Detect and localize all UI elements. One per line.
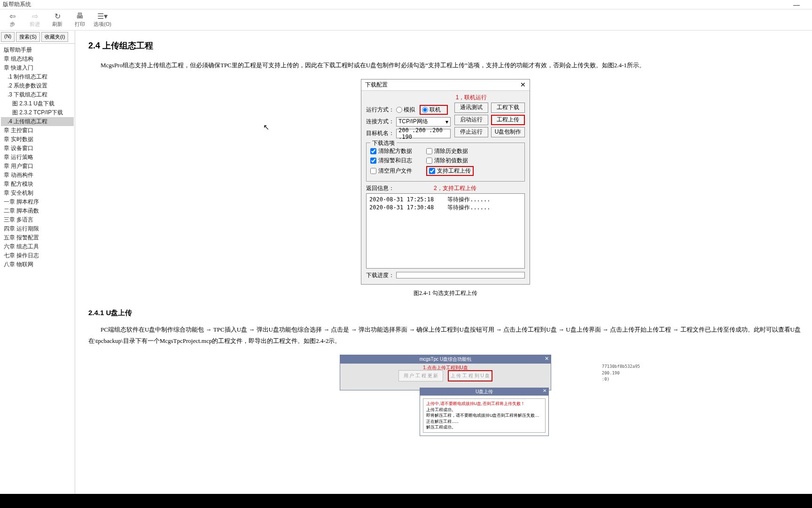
sidebar-tabs: (N) 搜索(S) 收藏夹(I)	[0, 31, 75, 44]
fieldset-legend: 下载选项	[370, 139, 397, 147]
tree-item[interactable]: 章 设备窗口	[1, 144, 74, 153]
print-button[interactable]: 🖶 打印	[69, 10, 91, 30]
stop-run-button[interactable]: 停止运行	[454, 127, 488, 137]
figure-caption-1: 图2.4-1 勾选支持工程上传	[88, 289, 803, 297]
progress-label: 下载进度：	[366, 271, 396, 279]
user-project-update-button[interactable]: 用 户 工 程 更 新	[398, 370, 443, 381]
usb-package-button[interactable]: U盘包制作	[491, 127, 525, 137]
project-download-button[interactable]: 工程下载	[491, 103, 525, 113]
usb-package-panel: mcgsTpc U盘综合功能包 ✕ 1.点击上传工程到U盘 用 户 工 程 更 …	[340, 355, 551, 390]
tree-item[interactable]: 图 2.3.2 TCP/IP下载	[1, 108, 74, 117]
annotation-1: 1，联机运行	[418, 94, 525, 102]
download-config-dialog: 下载配置 ✕ 1，联机运行 运行方式： 模拟 联机	[361, 79, 530, 285]
side-info: 77130bf8b532a95200.190:0)	[602, 364, 640, 383]
panel-b-title: U盘上传	[476, 389, 493, 395]
tree-item[interactable]: 二章 脚本函数	[1, 206, 74, 215]
annotation-2: 2，支持工程上传	[434, 184, 476, 192]
print-icon: 🖶	[76, 12, 84, 20]
target-label: 目标机名：	[366, 129, 396, 137]
tree-item[interactable]: 章 组态结构	[1, 55, 74, 64]
tree-item[interactable]: 章 快速入门	[1, 64, 74, 72]
radio-online-highlight: 联机	[420, 105, 448, 115]
tree-item[interactable]: 章 用户窗口	[1, 162, 74, 171]
log-output[interactable]: 2020-08-31 17:25:18 等待操作...... 2020-08-3…	[366, 193, 525, 269]
conn-mode-label: 连接方式：	[366, 118, 396, 126]
conn-mode-select[interactable]: TCP/IP网络 ▾	[396, 117, 451, 127]
chevron-down-icon: ▾	[445, 119, 448, 125]
options-button[interactable]: ☰▾ 选项(O)	[91, 10, 114, 30]
project-upload-button[interactable]: 工程上传	[491, 115, 525, 125]
tree-item[interactable]: .3 下载组态工程	[1, 90, 74, 99]
arrow-right-icon: ⇨	[32, 12, 38, 20]
nav-tree[interactable]: 版帮助手册章 组态结构章 快速入门.1 制作组态工程.2 系统参数设置.3 下载…	[0, 44, 75, 494]
tab-contents[interactable]: (N)	[1, 32, 15, 42]
chk-clear-alarm[interactable]: 清报警和日志	[370, 157, 412, 165]
section-heading: 2.4 上传组态工程	[88, 40, 803, 51]
tree-item[interactable]: .1 制作组态工程	[1, 72, 74, 81]
window-titlebar: 版帮助系统 —	[0, 0, 812, 9]
tab-favorites[interactable]: 收藏夹(I)	[41, 32, 68, 42]
refresh-button[interactable]: ↻ 刷新	[46, 10, 69, 30]
chk-clear-recipe[interactable]: 清除配方数据	[370, 147, 412, 155]
tree-item[interactable]: 四章 运行期限	[1, 224, 74, 233]
radio-simulate[interactable]: 模拟	[396, 106, 415, 114]
tree-item[interactable]: .2 系统参数设置	[1, 81, 74, 90]
tree-item[interactable]: 章 配方模块	[1, 180, 74, 189]
content-area[interactable]: ↖ 2.4 上传组态工程 McgsPro组态支持上传组态工程，但必须确保TPC里…	[75, 31, 812, 494]
gear-icon: ☰▾	[97, 12, 108, 20]
back-button[interactable]: ⇦ 步	[1, 10, 23, 30]
tree-item[interactable]: 七章 操作日志	[1, 251, 74, 260]
target-input[interactable]: 200 .200 .200 .190	[396, 129, 451, 138]
bottom-bar	[0, 494, 812, 508]
tree-item[interactable]: 章 运行策略	[1, 153, 74, 162]
subsection-heading: 2.4.1 U盘上传	[88, 309, 803, 318]
tree-item[interactable]: 五章 报警配置	[1, 233, 74, 242]
run-mode-label: 运行方式：	[366, 106, 396, 114]
tree-item[interactable]: 章 安全机制	[1, 189, 74, 198]
main-toolbar: ⇦ 步 ⇨ 前进 ↻ 刷新 🖶 打印 ☰▾ 选项(O)	[0, 9, 812, 31]
tab-search[interactable]: 搜索(S)	[16, 32, 40, 42]
upload-to-usb-button[interactable]: 上 传 工 程 到 U 盘	[448, 370, 492, 381]
tree-item[interactable]: 一章 脚本程序	[1, 198, 74, 206]
tree-item[interactable]: 六章 组态工具	[1, 242, 74, 251]
chk-clear-user[interactable]: 清空用户文件	[370, 166, 412, 176]
chk-support-upload[interactable]: 支持工程上传	[426, 166, 474, 176]
dialog-titlebar[interactable]: 下载配置 ✕	[361, 79, 530, 91]
tree-item[interactable]: 章 动画构件	[1, 171, 74, 180]
progress-bar	[396, 272, 525, 278]
paragraph: McgsPro组态支持上传组态工程，但必须确保TPC里的工程是可支持上传的，因此…	[88, 60, 803, 71]
forward-button[interactable]: ⇨ 前进	[23, 10, 46, 30]
chk-clear-init[interactable]: 清除初值数据	[426, 157, 468, 165]
tree-item[interactable]: 图 2.3.1 U盘下载	[1, 99, 74, 108]
tree-item[interactable]: 版帮助手册	[1, 46, 74, 55]
minimize-icon[interactable]: —	[793, 1, 809, 8]
tree-item[interactable]: .4 上传组态工程	[1, 117, 74, 126]
figure-2: mcgsTpc U盘综合功能包 ✕ 1.点击上传工程到U盘 用 户 工 程 更 …	[340, 355, 551, 390]
radio-online[interactable]: 联机	[422, 106, 441, 114]
tree-item[interactable]: 八章 物联网	[1, 260, 74, 269]
return-info-label: 返回信息：	[366, 184, 396, 192]
sidebar: (N) 搜索(S) 收藏夹(I) 版帮助手册章 组态结构章 快速入门.1 制作组…	[0, 31, 75, 494]
tree-item[interactable]: 章 实时数据	[1, 135, 74, 144]
panel-a-title: mcgsTpc U盘综合功能包	[420, 356, 472, 363]
dialog-title: 下载配置	[365, 81, 520, 89]
upload-log: 上传中,请不要断电或拔掉U盘,否则工程将上传失败！ 上传工程成功。 即将解压工程…	[423, 398, 546, 433]
tree-item[interactable]: 三章 多语言	[1, 215, 74, 224]
refresh-icon: ↻	[55, 12, 61, 20]
arrow-left-icon: ⇦	[9, 12, 16, 20]
start-run-button[interactable]: 启动运行	[454, 115, 488, 125]
annotation-click: 1.点击上传工程到U盘	[340, 365, 551, 371]
paragraph: PC端组态软件在U盘中制作综合功能包 → TPC插入U盘 → 弹出U盘功能包综合…	[88, 324, 803, 347]
close-icon[interactable]: ✕	[545, 356, 549, 362]
close-icon[interactable]: ✕	[520, 81, 526, 88]
window-title: 版帮助系统	[3, 0, 31, 8]
comm-test-button[interactable]: 通讯测试	[454, 103, 488, 113]
chk-clear-history[interactable]: 清除历史数据	[426, 147, 468, 155]
tree-item[interactable]: 章 主控窗口	[1, 126, 74, 135]
usb-upload-panel: U盘上传 ✕ 上传中,请不要断电或拔掉U盘,否则工程将上传失败！ 上传工程成功。…	[420, 388, 549, 436]
close-icon[interactable]: ✕	[543, 388, 547, 393]
download-options-group: 下载选项 清除配方数据 清除历史数据 清报警和日志 清除初值数据 清空用户文件	[366, 143, 525, 182]
